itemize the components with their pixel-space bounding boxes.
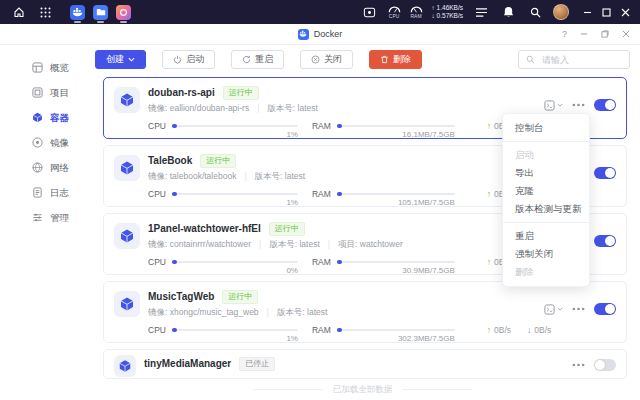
- app-launcher-icon[interactable]: [36, 3, 54, 21]
- sidebar-item-networks[interactable]: 网络: [0, 155, 85, 180]
- sidebar-label: 管理: [50, 213, 69, 223]
- system-taskbar: CPU RAM ↑ 1.46KB/s ↓ 0.57KB/s: [0, 0, 640, 24]
- cpu-gauge-label: CPU: [389, 14, 400, 19]
- status-badge: 运行中: [223, 86, 259, 100]
- search-icon[interactable]: [526, 3, 544, 21]
- more-actions-icon[interactable]: [572, 307, 585, 311]
- ram-value: 30.9MB/7.5GB: [402, 267, 454, 275]
- power-toggle[interactable]: [594, 235, 616, 247]
- power-toggle[interactable]: [594, 99, 616, 111]
- taskbar-minimize-icon[interactable]: [582, 7, 592, 17]
- ram-stat: RAM 302.3MB/7.5GB: [312, 326, 455, 335]
- window-minimize-icon[interactable]: [580, 30, 588, 38]
- notification-bell-icon[interactable]: [499, 3, 517, 21]
- download-stat: ↓0B/s: [527, 326, 551, 335]
- more-actions-icon[interactable]: [572, 363, 585, 367]
- sidebar: 概览 项目 容器 镜像: [0, 45, 85, 400]
- menu-item-export[interactable]: 导出: [503, 164, 589, 182]
- stop-label: 关闭: [324, 55, 342, 64]
- task-list-icon[interactable]: [472, 3, 490, 21]
- chevron-down-icon: [557, 307, 563, 311]
- help-button[interactable]: ?: [562, 29, 567, 39]
- search-input[interactable]: [540, 54, 622, 66]
- user-avatar[interactable]: [553, 4, 569, 20]
- container-cube-icon: [114, 155, 140, 181]
- window-titlebar: Docker ?: [0, 24, 640, 45]
- sidebar-item-overview[interactable]: 概览: [0, 55, 85, 80]
- divider: |: [267, 308, 269, 317]
- container-cube-icon: [114, 355, 136, 377]
- menu-item-force-stop[interactable]: 强制关闭: [503, 245, 589, 263]
- ram-value: 16.1MB/7.5GB: [402, 131, 454, 139]
- ram-stat: RAM 16.1MB/7.5GB: [312, 122, 455, 131]
- upload-stat: ↑0B/s: [487, 326, 511, 335]
- refresh-icon: [242, 55, 251, 64]
- create-button[interactable]: 创建: [95, 50, 146, 69]
- status-badge: 运行中: [269, 222, 305, 236]
- taskbar-close-icon[interactable]: [620, 7, 630, 17]
- power-toggle[interactable]: [594, 303, 616, 315]
- container-name: tinyMediaManager: [144, 359, 231, 369]
- files-app-icon[interactable]: [93, 5, 108, 20]
- log-icon: [32, 187, 43, 198]
- restart-label: 重启: [255, 55, 273, 64]
- up-arrow-icon: ↑: [487, 258, 491, 267]
- photos-app-icon[interactable]: [116, 5, 131, 20]
- container-cube-icon: [114, 223, 140, 249]
- image-info: 镜像: xhongc/music_tag_web: [148, 308, 259, 317]
- cpu-value: 0%: [286, 267, 298, 275]
- restart-button[interactable]: 重启: [231, 50, 284, 69]
- sidebar-item-management[interactable]: 管理: [0, 205, 85, 230]
- project-info: 项目: watchtower: [338, 240, 403, 249]
- cpu-stat: CPU 0%: [148, 258, 298, 267]
- more-actions-icon[interactable]: [572, 103, 585, 107]
- list-end-indicator: 已加载全部数据: [95, 385, 630, 394]
- list-end-text: 已加载全部数据: [333, 385, 393, 394]
- container-card-tinymediamanager[interactable]: tinyMediaManager 已停止: [103, 349, 627, 379]
- power-toggle[interactable]: [594, 359, 616, 371]
- container-name: TaleBook: [148, 156, 192, 166]
- stop-button[interactable]: 关闭: [300, 50, 353, 69]
- menu-item-clone[interactable]: 克隆: [503, 182, 589, 200]
- sidebar-item-logs[interactable]: 日志: [0, 180, 85, 205]
- home-icon[interactable]: [10, 3, 28, 21]
- container-card-musictagweb[interactable]: MusicTagWeb 运行中 镜像: xhongc/music_tag_web…: [103, 281, 627, 343]
- ram-gauge-icon[interactable]: RAM: [410, 5, 423, 19]
- container-cube-icon: [114, 291, 140, 317]
- screenshot-tool-icon[interactable]: [361, 3, 379, 21]
- menu-item-start: 启动: [503, 146, 589, 164]
- cpu-stat: CPU 1%: [148, 190, 298, 199]
- docker-app-icon[interactable]: [70, 5, 85, 20]
- cpu-gauge-icon[interactable]: CPU: [388, 5, 401, 19]
- sidebar-item-images[interactable]: 镜像: [0, 130, 85, 155]
- delete-button[interactable]: 删除: [369, 50, 422, 69]
- power-toggle[interactable]: [594, 167, 616, 179]
- sidebar-label: 概览: [50, 63, 69, 73]
- window-restore-icon[interactable]: [601, 30, 609, 38]
- ram-value: 302.3MB/7.5GB: [398, 335, 455, 343]
- window-close-icon[interactable]: [622, 30, 630, 38]
- menu-item-restart[interactable]: 重启: [503, 227, 589, 245]
- start-button[interactable]: 启动: [162, 50, 215, 69]
- taskbar-maximize-icon[interactable]: [601, 7, 611, 17]
- ram-bar: [337, 261, 455, 263]
- console-icon[interactable]: [544, 304, 563, 315]
- net-upload: ↑ 1.46KB/s: [432, 4, 463, 12]
- network-icon: [32, 162, 43, 173]
- sidebar-item-containers[interactable]: 容器: [0, 105, 85, 130]
- menu-item-version-check[interactable]: 版本检测与更新: [503, 200, 589, 218]
- power-icon: [173, 55, 182, 64]
- console-icon[interactable]: [544, 100, 563, 111]
- image-info: 镜像: talebook/talebook: [148, 172, 236, 181]
- search-box[interactable]: [518, 50, 630, 69]
- divider-line: [402, 389, 472, 390]
- sidebar-item-projects[interactable]: 项目: [0, 80, 85, 105]
- status-badge: 运行中: [222, 290, 258, 304]
- search-input-icon: [526, 55, 535, 64]
- menu-item-console[interactable]: 控制台: [503, 119, 589, 137]
- image-icon: [32, 137, 43, 148]
- menu-item-delete: 删除: [503, 263, 589, 281]
- ram-stat: RAM 30.9MB/7.5GB: [312, 258, 455, 267]
- start-label: 启动: [186, 55, 204, 64]
- docker-icon: [298, 29, 309, 40]
